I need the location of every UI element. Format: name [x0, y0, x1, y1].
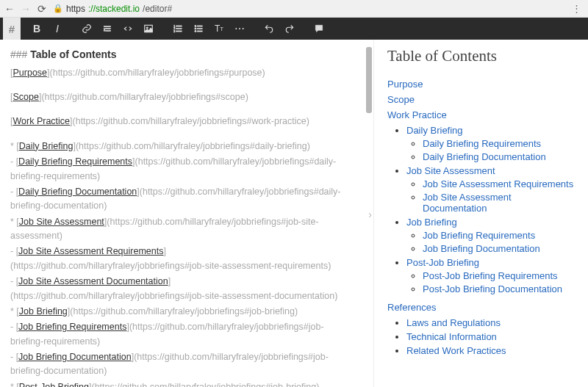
toc-item: Daily BriefingDaily Briefing Requirement…	[406, 125, 575, 162]
toc-link[interactable]: Related Work Practices	[406, 345, 506, 356]
toc-link[interactable]: Purpose	[387, 79, 423, 90]
hr-button[interactable]: ⋯	[229, 18, 250, 39]
back-button[interactable]: ←	[4, 4, 15, 14]
toc-item: Job BriefingJob Briefing RequirementsJob…	[406, 217, 575, 254]
toc-item: Daily Briefing Requirements	[423, 138, 575, 149]
image-button[interactable]	[138, 18, 159, 39]
toc-link[interactable]: Laws and Regulations	[406, 317, 501, 328]
toc-link[interactable]: Daily Briefing Documentation	[423, 151, 546, 162]
svg-point-12	[195, 25, 196, 26]
toc-item: Job Briefing Requirements	[423, 230, 575, 241]
toc-link[interactable]: Scope	[387, 94, 415, 105]
url-host: ://stackedit.io	[88, 4, 140, 14]
toc-link[interactable]: Job Site Assessment	[406, 165, 495, 176]
italic-button[interactable]: I	[47, 18, 68, 39]
toc-link[interactable]: Post-Job Briefing Requirements	[423, 270, 558, 281]
url-scheme: https	[66, 4, 85, 14]
toc-link[interactable]: References	[387, 302, 436, 313]
hash-icon: #	[9, 23, 15, 35]
svg-rect-8	[176, 31, 182, 32]
scroll-thumb[interactable]	[366, 47, 372, 113]
editor-heading: ### Table of Contents	[10, 47, 350, 63]
heading-button[interactable]: TT	[209, 18, 229, 39]
editor-line: - [Job Site Assessment Requirements](htt…	[10, 245, 350, 273]
svg-rect-16	[197, 28, 202, 29]
toc-link[interactable]: Job Briefing	[406, 217, 457, 228]
editor-gutter: ›	[360, 40, 373, 387]
forward-button[interactable]: →	[21, 4, 31, 14]
editor-line: [Scope](https://github.com/hillaryfraley…	[10, 90, 350, 104]
toc-item: Purpose	[387, 79, 575, 90]
svg-rect-1	[106, 28, 111, 29]
editor-line: - [Daily Briefing Requirements](https://…	[10, 155, 350, 184]
svg-rect-6	[176, 26, 182, 26]
toc-link[interactable]: Job Briefing Documentation	[423, 243, 540, 254]
toc-item: Job Site Assessment Requirements	[423, 178, 575, 189]
editor-link-text: Daily Briefing Requirements	[18, 156, 132, 167]
toc-link[interactable]: Technical Information	[406, 331, 497, 342]
editor-line	[10, 106, 350, 113]
editor-link-text: Job Site Assessment Requirements	[18, 246, 163, 256]
toc-item: Related Work Practices	[406, 345, 575, 356]
svg-rect-7	[176, 28, 182, 29]
browser-bar: ← → ⟳ 🔒 https://stackedit.io/editor# ⋮	[0, 0, 588, 18]
undo-button[interactable]	[259, 18, 279, 39]
editor-link-text: Job Briefing	[19, 306, 68, 317]
editor-link-text: Job Briefing Documentation	[18, 352, 132, 362]
quote-button[interactable]	[97, 18, 118, 39]
ul-button[interactable]	[188, 18, 209, 39]
svg-point-5	[146, 27, 148, 29]
toc-link[interactable]: Daily Briefing Requirements	[423, 138, 541, 149]
svg-rect-2	[106, 30, 111, 31]
toc-link[interactable]: Job Site Assessment Documentation	[423, 192, 512, 214]
svg-text:3: 3	[173, 30, 175, 33]
main-area: ### Table of Contents [Purpose](https://…	[0, 40, 588, 387]
editor-line: [Purpose](https://github.com/hillaryfral…	[10, 66, 350, 80]
expand-preview-button[interactable]: ›	[368, 209, 372, 220]
browser-menu-button[interactable]: ⋮	[572, 3, 584, 14]
brand-tab[interactable]: #	[3, 18, 21, 40]
url-bar[interactable]: 🔒 https://stackedit.io/editor#	[53, 4, 566, 14]
ol-button[interactable]: 123	[168, 18, 188, 39]
editor-line: [Work Practice](https://github.com/hilla…	[10, 115, 350, 129]
toc-link[interactable]: Job Briefing Requirements	[423, 230, 535, 241]
editor-link-text: Scope	[12, 92, 38, 102]
redo-button[interactable]	[279, 18, 300, 39]
editor-link-text: Job Site Assessment	[19, 217, 104, 227]
reload-button[interactable]: ⟳	[37, 4, 47, 14]
editor-link-text: Job Briefing Requirements	[18, 322, 126, 332]
preview-pane: Table of Contents PurposeScopeWork Pract…	[373, 40, 588, 387]
toc-item: Daily Briefing Documentation	[423, 151, 575, 162]
toc-link[interactable]: Work Practice	[387, 109, 447, 120]
url-path: /editor#	[143, 4, 172, 14]
link-button[interactable]	[76, 18, 97, 39]
editor-line: * [Job Site Assessment](https://github.c…	[10, 215, 350, 244]
editor-line: - [Job Briefing Requirements](https://gi…	[10, 320, 350, 349]
editor-toolbar: # B I 123 TT ⋯	[0, 18, 588, 40]
toc-item: Job Briefing Documentation	[423, 243, 575, 254]
toc-item: Work PracticeDaily BriefingDaily Briefin…	[387, 109, 575, 294]
toc-link[interactable]: Daily Briefing	[406, 125, 463, 136]
svg-rect-15	[197, 26, 202, 26]
svg-rect-17	[197, 31, 202, 32]
toc-link[interactable]: Job Site Assessment Requirements	[423, 178, 573, 189]
toc-item: Job Site AssessmentJob Site Assessment R…	[406, 165, 575, 214]
toc-item: Scope	[387, 94, 575, 105]
toc-item: Post-Job BriefingPost-Job Briefing Requi…	[406, 257, 575, 294]
toc-item: Post-Job Briefing Requirements	[423, 270, 575, 281]
bold-button[interactable]: B	[26, 18, 47, 39]
editor-line: - [Job Briefing Documentation](https://g…	[10, 350, 350, 379]
svg-point-14	[195, 30, 196, 32]
editor-line: - [Job Site Assessment Documentation](ht…	[10, 275, 350, 303]
toc-link[interactable]: Post-Job Briefing	[406, 257, 479, 268]
code-button[interactable]	[118, 18, 138, 39]
editor-line: * [Daily Briefing](https://github.com/hi…	[10, 140, 350, 153]
comment-button[interactable]	[309, 18, 329, 39]
toc-item: Laws and Regulations	[406, 317, 575, 328]
markdown-editor[interactable]: ### Table of Contents [Purpose](https://…	[0, 40, 360, 387]
lock-icon: 🔒	[53, 4, 63, 13]
editor-line	[10, 82, 350, 89]
editor-line: * [Job Briefing](https://github.com/hill…	[10, 305, 350, 319]
toc-link[interactable]: Post-Job Briefing Documentation	[423, 283, 562, 294]
preview-title: Table of Contents	[387, 47, 575, 65]
